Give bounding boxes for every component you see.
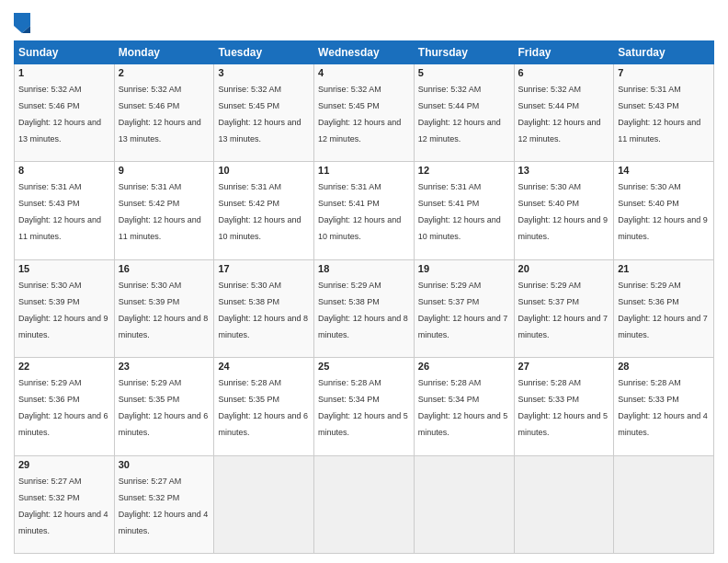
col-header-sunday: Sunday — [15, 41, 115, 64]
day-cell: 9 Sunrise: 5:31 AMSunset: 5:42 PMDayligh… — [114, 162, 214, 259]
col-header-tuesday: Tuesday — [214, 41, 314, 64]
calendar-body: 1 Sunrise: 5:32 AMSunset: 5:46 PMDayligh… — [15, 64, 714, 554]
day-cell: 8 Sunrise: 5:31 AMSunset: 5:43 PMDayligh… — [15, 162, 115, 259]
day-number: 24 — [218, 361, 310, 372]
day-number: 3 — [218, 67, 310, 78]
day-cell — [414, 455, 514, 553]
day-number: 29 — [18, 459, 110, 470]
calendar-table: SundayMondayTuesdayWednesdayThursdayFrid… — [14, 40, 714, 554]
day-info: Sunrise: 5:32 AMSunset: 5:45 PMDaylight:… — [318, 85, 401, 144]
day-info: Sunrise: 5:30 AMSunset: 5:40 PMDaylight:… — [518, 182, 609, 241]
day-cell: 18 Sunrise: 5:29 AMSunset: 5:38 PMDaylig… — [314, 259, 415, 357]
day-cell: 1 Sunrise: 5:32 AMSunset: 5:46 PMDayligh… — [15, 64, 115, 162]
day-number: 14 — [618, 165, 710, 176]
day-number: 26 — [418, 361, 510, 372]
day-info: Sunrise: 5:27 AMSunset: 5:32 PMDaylight:… — [18, 477, 108, 535]
day-cell — [614, 455, 714, 553]
day-info: Sunrise: 5:29 AMSunset: 5:36 PMDaylight:… — [18, 378, 108, 437]
day-number: 28 — [618, 361, 710, 372]
day-info: Sunrise: 5:30 AMSunset: 5:39 PMDaylight:… — [18, 281, 108, 339]
day-number: 8 — [18, 165, 110, 176]
day-cell: 11 Sunrise: 5:31 AMSunset: 5:41 PMDaylig… — [314, 162, 415, 259]
day-number: 9 — [119, 165, 210, 176]
day-cell: 5 Sunrise: 5:32 AMSunset: 5:44 PMDayligh… — [414, 64, 514, 162]
header — [14, 9, 714, 33]
day-cell: 7 Sunrise: 5:31 AMSunset: 5:43 PMDayligh… — [614, 64, 714, 162]
day-cell: 12 Sunrise: 5:31 AMSunset: 5:41 PMDaylig… — [414, 162, 514, 259]
col-header-monday: Monday — [114, 41, 214, 64]
day-info: Sunrise: 5:31 AMSunset: 5:42 PMDaylight:… — [119, 182, 201, 241]
day-number: 16 — [119, 263, 210, 274]
day-info: Sunrise: 5:32 AMSunset: 5:46 PMDaylight:… — [18, 85, 101, 144]
day-cell: 28 Sunrise: 5:28 AMSunset: 5:33 PMDaylig… — [614, 358, 714, 455]
day-info: Sunrise: 5:32 AMSunset: 5:44 PMDaylight:… — [518, 85, 601, 144]
day-cell: 10 Sunrise: 5:31 AMSunset: 5:42 PMDaylig… — [214, 162, 314, 259]
day-info: Sunrise: 5:27 AMSunset: 5:32 PMDaylight:… — [119, 477, 209, 535]
day-number: 17 — [218, 263, 310, 274]
week-row-3: 15 Sunrise: 5:30 AMSunset: 5:39 PMDaylig… — [15, 259, 714, 357]
day-info: Sunrise: 5:30 AMSunset: 5:40 PMDaylight:… — [618, 182, 708, 241]
day-info: Sunrise: 5:31 AMSunset: 5:41 PMDaylight:… — [418, 182, 501, 241]
day-info: Sunrise: 5:28 AMSunset: 5:34 PMDaylight:… — [418, 378, 508, 437]
day-number: 7 — [618, 67, 710, 78]
week-row-1: 1 Sunrise: 5:32 AMSunset: 5:46 PMDayligh… — [15, 64, 714, 162]
day-number: 25 — [318, 361, 410, 372]
day-info: Sunrise: 5:30 AMSunset: 5:38 PMDaylight:… — [218, 281, 308, 339]
day-info: Sunrise: 5:29 AMSunset: 5:38 PMDaylight:… — [318, 281, 408, 339]
day-cell — [314, 455, 415, 553]
week-row-5: 29 Sunrise: 5:27 AMSunset: 5:32 PMDaylig… — [15, 455, 714, 553]
day-cell: 26 Sunrise: 5:28 AMSunset: 5:34 PMDaylig… — [414, 358, 514, 455]
day-cell: 13 Sunrise: 5:30 AMSunset: 5:40 PMDaylig… — [514, 162, 614, 259]
day-cell — [514, 455, 614, 553]
day-number: 15 — [18, 263, 110, 274]
day-info: Sunrise: 5:32 AMSunset: 5:45 PMDaylight:… — [218, 85, 301, 144]
day-info: Sunrise: 5:31 AMSunset: 5:43 PMDaylight:… — [618, 85, 700, 144]
day-cell: 30 Sunrise: 5:27 AMSunset: 5:32 PMDaylig… — [114, 455, 214, 553]
day-info: Sunrise: 5:31 AMSunset: 5:41 PMDaylight:… — [318, 182, 401, 241]
day-cell: 21 Sunrise: 5:29 AMSunset: 5:36 PMDaylig… — [614, 259, 714, 357]
day-cell: 3 Sunrise: 5:32 AMSunset: 5:45 PMDayligh… — [214, 64, 314, 162]
day-info: Sunrise: 5:28 AMSunset: 5:35 PMDaylight:… — [218, 378, 308, 437]
day-info: Sunrise: 5:30 AMSunset: 5:39 PMDaylight:… — [119, 281, 209, 339]
day-info: Sunrise: 5:29 AMSunset: 5:36 PMDaylight:… — [618, 281, 708, 339]
day-number: 10 — [218, 165, 310, 176]
day-cell: 22 Sunrise: 5:29 AMSunset: 5:36 PMDaylig… — [15, 358, 115, 455]
page: SundayMondayTuesdayWednesdayThursdayFrid… — [0, 0, 728, 563]
week-row-4: 22 Sunrise: 5:29 AMSunset: 5:36 PMDaylig… — [15, 358, 714, 455]
day-cell: 6 Sunrise: 5:32 AMSunset: 5:44 PMDayligh… — [514, 64, 614, 162]
day-number: 18 — [318, 263, 410, 274]
day-cell: 17 Sunrise: 5:30 AMSunset: 5:38 PMDaylig… — [214, 259, 314, 357]
day-number: 1 — [18, 67, 110, 78]
day-info: Sunrise: 5:29 AMSunset: 5:35 PMDaylight:… — [119, 378, 209, 437]
week-row-2: 8 Sunrise: 5:31 AMSunset: 5:43 PMDayligh… — [15, 162, 714, 259]
day-number: 2 — [119, 67, 210, 78]
logo — [14, 13, 32, 33]
day-cell: 16 Sunrise: 5:30 AMSunset: 5:39 PMDaylig… — [114, 259, 214, 357]
day-info: Sunrise: 5:32 AMSunset: 5:46 PMDaylight:… — [119, 85, 201, 144]
day-cell: 25 Sunrise: 5:28 AMSunset: 5:34 PMDaylig… — [314, 358, 415, 455]
day-cell: 19 Sunrise: 5:29 AMSunset: 5:37 PMDaylig… — [414, 259, 514, 357]
day-info: Sunrise: 5:28 AMSunset: 5:33 PMDaylight:… — [518, 378, 609, 437]
day-info: Sunrise: 5:31 AMSunset: 5:42 PMDaylight:… — [218, 182, 301, 241]
day-cell: 14 Sunrise: 5:30 AMSunset: 5:40 PMDaylig… — [614, 162, 714, 259]
day-cell: 20 Sunrise: 5:29 AMSunset: 5:37 PMDaylig… — [514, 259, 614, 357]
day-number: 30 — [119, 459, 210, 470]
day-info: Sunrise: 5:32 AMSunset: 5:44 PMDaylight:… — [418, 85, 501, 144]
day-number: 12 — [418, 165, 510, 176]
day-number: 11 — [318, 165, 410, 176]
day-cell: 23 Sunrise: 5:29 AMSunset: 5:35 PMDaylig… — [114, 358, 214, 455]
col-header-thursday: Thursday — [414, 41, 514, 64]
day-number: 22 — [18, 361, 110, 372]
day-number: 19 — [418, 263, 510, 274]
day-cell — [214, 455, 314, 553]
col-header-saturday: Saturday — [614, 41, 714, 64]
col-header-friday: Friday — [514, 41, 614, 64]
day-cell: 4 Sunrise: 5:32 AMSunset: 5:45 PMDayligh… — [314, 64, 415, 162]
day-number: 5 — [418, 67, 510, 78]
day-number: 21 — [618, 263, 710, 274]
day-cell: 24 Sunrise: 5:28 AMSunset: 5:35 PMDaylig… — [214, 358, 314, 455]
day-cell: 27 Sunrise: 5:28 AMSunset: 5:33 PMDaylig… — [514, 358, 614, 455]
day-info: Sunrise: 5:28 AMSunset: 5:34 PMDaylight:… — [318, 378, 408, 437]
day-cell: 15 Sunrise: 5:30 AMSunset: 5:39 PMDaylig… — [15, 259, 115, 357]
day-number: 4 — [318, 67, 410, 78]
